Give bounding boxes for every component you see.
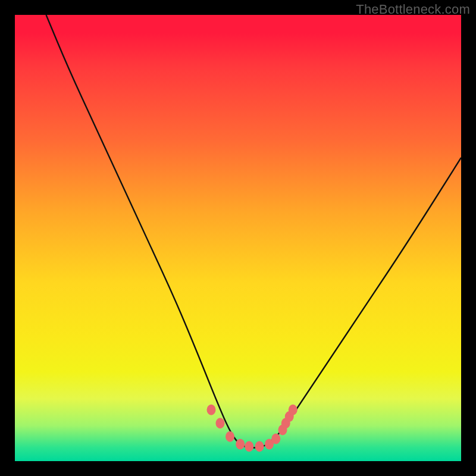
bottleneck-curve — [15, 15, 461, 461]
valley-marker — [289, 405, 298, 415]
valley-marker — [207, 405, 216, 415]
valley-markers — [207, 405, 298, 452]
valley-marker — [255, 441, 264, 452]
valley-marker — [245, 441, 253, 452]
plot-area — [15, 15, 461, 461]
valley-marker — [271, 434, 280, 444]
valley-marker — [236, 439, 245, 450]
valley-marker — [226, 431, 234, 442]
curve-path — [46, 15, 462, 448]
valley-marker — [216, 418, 225, 428]
